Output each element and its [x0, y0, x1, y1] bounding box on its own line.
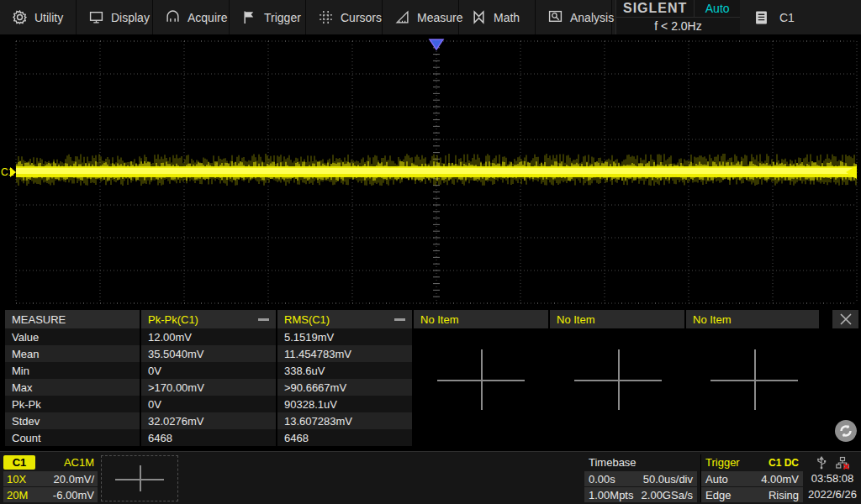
- measure-row-label: Max: [5, 379, 140, 396]
- acquisition-status: Auto: [695, 2, 740, 15]
- trigger-source: C1 DC: [769, 457, 799, 469]
- list-icon: [755, 10, 768, 25]
- menu-utility[interactable]: Utility: [0, 0, 77, 34]
- measure-row-label: Stdev: [5, 412, 140, 429]
- time-per-div: 50.0us/div: [643, 473, 693, 486]
- measure-row-label: Pk-Pk: [5, 396, 140, 412]
- measure-value-pkpk: 12.00mV: [141, 328, 276, 345]
- add-channel-button[interactable]: [101, 455, 178, 501]
- trigger-slope: Rising: [769, 489, 799, 501]
- measure-row: Max >170.00mV >90.6667mV: [5, 379, 412, 396]
- measure-row-label: Value: [5, 328, 140, 345]
- flag-icon: [242, 10, 256, 24]
- add-measurement-button[interactable]: [430, 346, 531, 413]
- close-measure-panel-button[interactable]: [832, 310, 858, 328]
- measure-value-pkpk: 32.0276mV: [141, 412, 276, 429]
- menu-trigger[interactable]: Trigger: [230, 0, 306, 34]
- measure-value-rms: 338.6uV: [277, 362, 412, 379]
- menu-display[interactable]: Display: [77, 0, 153, 34]
- reset-statistics-button[interactable]: [833, 418, 858, 444]
- bottom-status-bar: C1 AC1M 10X 20.0mV/ 20M -6.00mV Timebase…: [0, 451, 861, 504]
- probe-attenuation: 10X: [7, 473, 26, 486]
- measure-row: Stdev 32.0276mV 13.607283mV: [5, 412, 412, 429]
- measure-stat-rows: Value 12.00mV 5.1519mV Mean 35.5040mV 11…: [5, 328, 412, 446]
- magnifier-box-icon: [548, 10, 563, 24]
- measure-panel: MEASURE Pk-Pk(C1) RMS(C1) No Item No Ite…: [0, 308, 861, 448]
- menu-analysis-label: Analysis: [570, 11, 614, 24]
- measure-value-pkpk: 0V: [141, 362, 276, 379]
- ruler-icon: [395, 10, 409, 24]
- measure-value-pkpk: 6468: [141, 429, 276, 446]
- trigger-descriptor[interactable]: Trigger C1 DC Auto 4.00mV Edge Rising: [700, 454, 803, 502]
- bowtie-icon: [472, 10, 486, 24]
- measure-value-rms: 13.607283mV: [277, 412, 412, 429]
- measure-header-row: MEASURE Pk-Pk(C1) RMS(C1) No Item No Ite…: [5, 310, 819, 328]
- measure-col-rms[interactable]: RMS(C1): [277, 310, 412, 328]
- status-box: SIGLENT Auto f < 2.0Hz: [615, 0, 740, 34]
- measure-value-pkpk: 35.5040mV: [141, 345, 276, 362]
- measure-row: Min 0V 338.6uV: [5, 362, 412, 379]
- menu-utility-label: Utility: [34, 11, 63, 24]
- menu-acquire-label: Acquire: [188, 11, 227, 24]
- acquire-icon: [166, 10, 180, 24]
- channel-1-descriptor[interactable]: C1 AC1M 10X 20.0mV/ 20M -6.00mV: [3, 454, 98, 502]
- active-menu-channel: C1: [779, 11, 795, 24]
- graticule: C1: [0, 36, 861, 307]
- trigger-title: Trigger: [705, 456, 740, 469]
- trigger-mode: Auto: [705, 473, 728, 486]
- timebase-descriptor[interactable]: Timebase 0.00s 50.0us/div 1.00Mpts 2.00G…: [584, 454, 697, 502]
- active-menu-indicator[interactable]: C1: [755, 0, 795, 34]
- system-status: 03:58:08 2022/6/26: [806, 454, 859, 502]
- measure-col-empty-3[interactable]: No Item: [686, 310, 819, 328]
- trigger-level: 4.00mV: [761, 473, 799, 486]
- bandwidth-limit: 20M: [7, 489, 28, 501]
- channel-coupling: AC1M: [64, 456, 98, 469]
- remove-measure-icon[interactable]: [258, 318, 269, 321]
- menu-math[interactable]: Math: [459, 0, 536, 34]
- close-icon: [839, 312, 853, 326]
- clock-date: 2022/6/26: [808, 486, 857, 502]
- waveform-display[interactable]: C1: [0, 36, 861, 307]
- siglent-logo: SIGLENT: [616, 0, 695, 17]
- timebase-delay: 0.00s: [589, 473, 615, 486]
- timebase-title: Timebase: [589, 456, 637, 469]
- menu-measure-label: Measure: [417, 11, 462, 24]
- measure-title: MEASURE: [5, 310, 140, 328]
- measure-row: Count 6468 6468: [5, 429, 412, 446]
- measure-col-empty-2[interactable]: No Item: [550, 310, 684, 328]
- menu-cursors[interactable]: Cursors: [306, 0, 383, 34]
- menu-math-label: Math: [494, 11, 520, 24]
- oscilloscope-screen: Utility Display Acquire Trigger Cursors …: [0, 0, 861, 504]
- measure-row-label: Min: [5, 362, 140, 379]
- measure-col-pkpk[interactable]: Pk-Pk(C1): [141, 310, 276, 328]
- cursors-grid-icon: [319, 10, 333, 24]
- reset-statistics-icon: [833, 418, 858, 444]
- remove-measure-icon[interactable]: [394, 318, 405, 321]
- menu-measure[interactable]: Measure: [383, 0, 459, 34]
- menu-analysis[interactable]: Analysis: [536, 0, 612, 34]
- network-disconnected-icon: [836, 456, 850, 470]
- measure-value-rms: 6468: [277, 429, 412, 446]
- volts-per-div: 20.0mV/: [54, 473, 94, 486]
- channel-offset: -6.00mV: [53, 489, 94, 501]
- add-measurement-button[interactable]: [704, 346, 805, 413]
- measure-value-pkpk: 0V: [141, 396, 276, 412]
- clock-time: 03:58:08: [811, 470, 854, 486]
- channel-1-tab[interactable]: C1: [3, 455, 35, 470]
- gear-icon: [13, 10, 27, 24]
- menu-display-label: Display: [111, 11, 150, 24]
- usb-icon: [816, 456, 827, 470]
- monitor-icon: [89, 10, 103, 24]
- frequency-readout: f < 2.0Hz: [616, 18, 740, 34]
- trigger-type: Edge: [705, 489, 731, 501]
- menu-acquire[interactable]: Acquire: [153, 0, 230, 34]
- measure-row: Mean 35.5040mV 11.454783mV: [5, 345, 412, 362]
- measure-col-empty-1[interactable]: No Item: [414, 310, 548, 328]
- measure-value-rms: >90.6667mV: [277, 379, 412, 396]
- measure-value-rms: 5.1519mV: [277, 328, 412, 345]
- measure-row-label: Count: [5, 429, 140, 446]
- add-measurement-button[interactable]: [568, 346, 668, 413]
- measure-row: Pk-Pk 0V 90328.1uV: [5, 396, 412, 412]
- menu-cursors-label: Cursors: [341, 11, 382, 24]
- top-menu-bar: Utility Display Acquire Trigger Cursors …: [0, 0, 861, 36]
